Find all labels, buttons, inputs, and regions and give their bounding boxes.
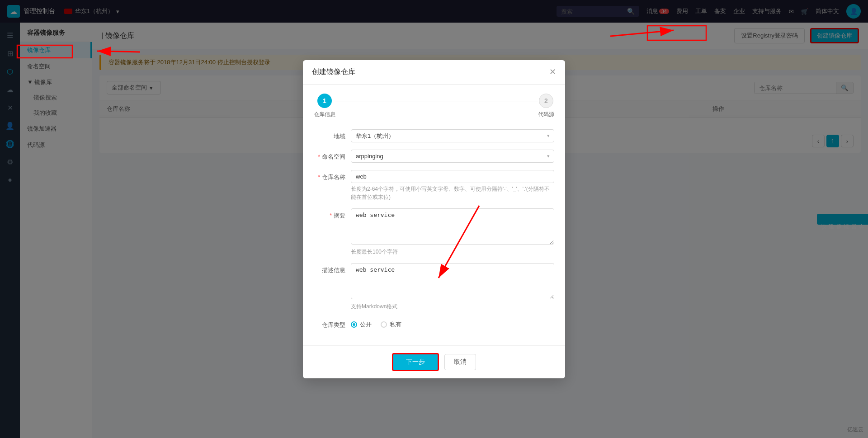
desc-hint: 支持Markdown格式 [351, 302, 554, 311]
step-2-circle: 2 [539, 94, 553, 108]
summary-label: 摘要 [314, 208, 345, 220]
form-row-namespace: 命名空间 arppinging ▾ [314, 150, 554, 163]
steps-indicator: 1 仓库信息 2 代码源 [314, 94, 554, 118]
step-line [335, 102, 538, 102]
radio-private[interactable]: 私有 [381, 320, 401, 329]
step-1-label: 仓库信息 [314, 111, 335, 118]
summary-field: web service 长度最长100个字符 [351, 208, 554, 256]
desc-field: web service 支持Markdown格式 [351, 263, 554, 311]
radio-private-label: 私有 [390, 320, 401, 329]
region-field: 华东1（杭州） ▾ [351, 129, 554, 142]
step-1: 1 仓库信息 [314, 94, 335, 118]
repo-type-field: 公开 私有 [351, 318, 554, 329]
form-row-repo-type: 仓库类型 公开 私有 [314, 318, 554, 329]
form-row-summary: 摘要 web service 长度最长100个字符 [314, 208, 554, 256]
namespace-field: arppinging ▾ [351, 150, 554, 163]
step-1-circle: 1 [317, 94, 332, 108]
modal-footer: 下一步 取消 [303, 345, 565, 378]
next-step-button[interactable]: 下一步 [392, 353, 439, 371]
region-label: 地域 [314, 129, 345, 141]
step-2: 2 代码源 [538, 94, 554, 118]
repo-name-label: 仓库名称 [314, 170, 345, 181]
desc-textarea[interactable]: web service [351, 263, 554, 299]
cancel-button[interactable]: 取消 [444, 354, 476, 370]
modal-title: 创建镜像仓库 [312, 67, 355, 77]
modal-body: 1 仓库信息 2 代码源 地域 华东1（杭州） ▾ [303, 85, 565, 345]
repo-name-input[interactable] [351, 170, 554, 183]
summary-hint: 长度最长100个字符 [351, 248, 554, 256]
modal-overlay: 创建镜像仓库 ✕ 1 仓库信息 2 代码源 地域 [0, 0, 868, 438]
region-select-wrap: 华东1（杭州） ▾ [351, 129, 554, 142]
form-row-region: 地域 华东1（杭州） ▾ [314, 129, 554, 142]
repo-name-hint: 长度为2-64个字符，可使用小写英文字母、数字、可使用分隔符'-'、'_'、'.… [351, 185, 554, 201]
modal-close-button[interactable]: ✕ [549, 68, 556, 76]
namespace-select-wrap: arppinging ▾ [351, 150, 554, 163]
repo-type-label: 仓库类型 [314, 318, 345, 329]
modal-header: 创建镜像仓库 ✕ [303, 60, 565, 85]
desc-label: 描述信息 [314, 263, 345, 274]
namespace-label: 命名空间 [314, 150, 345, 161]
repo-name-field: 长度为2-64个字符，可使用小写英文字母、数字、可使用分隔符'-'、'_'、'.… [351, 170, 554, 201]
radio-public[interactable]: 公开 [351, 320, 372, 329]
region-select[interactable]: 华东1（杭州） [351, 129, 554, 142]
radio-public-label: 公开 [360, 320, 372, 329]
summary-textarea[interactable]: web service [351, 208, 554, 245]
radio-group-repo-type: 公开 私有 [351, 318, 554, 329]
namespace-select[interactable]: arppinging [351, 150, 554, 163]
radio-private-dot [381, 321, 387, 328]
form-row-repo-name: 仓库名称 长度为2-64个字符，可使用小写英文字母、数字、可使用分隔符'-'、'… [314, 170, 554, 201]
form-row-desc: 描述信息 web service 支持Markdown格式 [314, 263, 554, 311]
create-repo-modal: 创建镜像仓库 ✕ 1 仓库信息 2 代码源 地域 [303, 60, 565, 378]
step-2-label: 代码源 [538, 111, 554, 118]
radio-public-dot [351, 321, 357, 328]
